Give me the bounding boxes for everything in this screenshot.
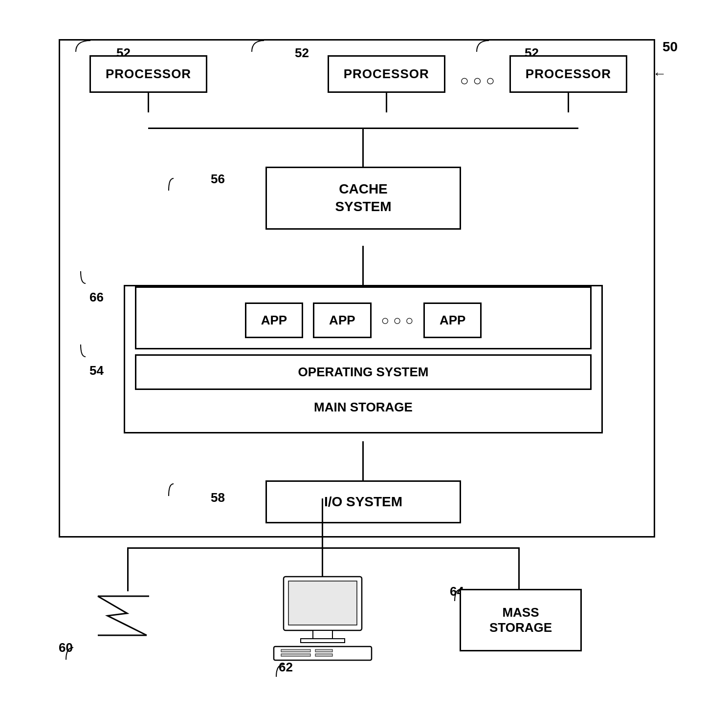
- cache-system-title-line1: CACHE: [277, 180, 450, 198]
- main-storage-box: APP APP ○ ○ ○ APP OPERATING SYSTEM MAIN …: [124, 285, 603, 433]
- processor-row: PROCESSOR PROCESSOR ○ ○ ○ PROCESSOR: [89, 55, 627, 112]
- processor-block-3: PROCESSOR: [509, 55, 627, 112]
- label-58: 58: [211, 490, 225, 505]
- svg-rect-6: [274, 647, 372, 660]
- svg-rect-5: [301, 639, 345, 643]
- app-row: APP APP ○ ○ ○ APP: [139, 290, 588, 345]
- mid-device-stem: [322, 547, 323, 577]
- label-54: 54: [89, 363, 104, 378]
- svg-rect-4: [313, 630, 332, 639]
- io-system-title: I/O SYSTEM: [277, 494, 450, 510]
- operating-system-box: OPERATING SYSTEM: [135, 354, 592, 390]
- lightning-device: [59, 586, 200, 645]
- svg-rect-3: [288, 581, 357, 625]
- mass-storage-box: MASS STORAGE: [460, 589, 582, 651]
- processor-box-2: PROCESSOR: [328, 55, 445, 93]
- bus-to-cache-line: [362, 128, 364, 167]
- main-system-box: 52 52 52 PROCESSOR PROCESSOR ○ ○ ○ PROCE…: [59, 39, 655, 538]
- mass-storage-line1: MASS: [468, 605, 573, 620]
- processor-stem-2: [386, 93, 387, 112]
- processor-box-3: PROCESSOR: [509, 55, 627, 93]
- io-stem-down: [322, 498, 323, 547]
- cache-system-box: CACHE SYSTEM: [265, 167, 461, 230]
- processor-stem-1: [148, 93, 149, 112]
- processor-block-2: PROCESSOR: [328, 55, 445, 112]
- arrow-to-50: ←: [653, 66, 666, 82]
- app-box-3: APP: [423, 302, 482, 338]
- left-device-stem: [127, 547, 129, 591]
- label-56: 56: [211, 172, 225, 187]
- svg-rect-8: [281, 654, 310, 656]
- svg-rect-7: [281, 649, 310, 652]
- right-device-stem: [518, 547, 520, 591]
- computer-device: [259, 574, 386, 662]
- processor-ellipsis: ○ ○ ○: [460, 55, 495, 89]
- cache-system-title-line2: SYSTEM: [277, 198, 450, 216]
- processor-box-1: PROCESSOR: [89, 55, 207, 93]
- processor-block-1: PROCESSOR: [89, 55, 207, 112]
- io-system-box: I/O SYSTEM: [265, 480, 461, 523]
- main-to-io-line: [362, 441, 364, 480]
- app-box-2: APP: [313, 302, 371, 338]
- label-50: 50: [662, 39, 678, 55]
- main-storage-label: MAIN STORAGE: [125, 395, 601, 422]
- app-inner-box: APP APP ○ ○ ○ APP: [135, 286, 592, 349]
- svg-rect-9: [315, 649, 332, 652]
- mass-storage-line2: STORAGE: [468, 620, 573, 635]
- cache-to-main-line: [362, 246, 364, 285]
- processor-stem-3: [568, 93, 569, 112]
- app-ellipsis: ○ ○ ○: [381, 313, 414, 328]
- svg-rect-10: [315, 654, 332, 656]
- label-66: 66: [89, 290, 104, 305]
- app-box-1: APP: [245, 302, 303, 338]
- diagram: 50 52 52 52 PROCESSOR PROCESSOR ○ ○ ○ P: [20, 10, 704, 704]
